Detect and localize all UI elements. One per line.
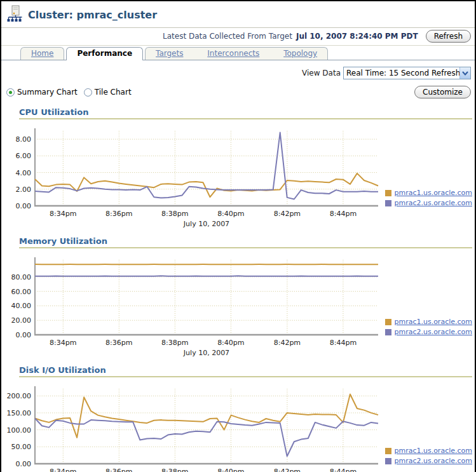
- section-title-disk: Disk I/O Utilization: [19, 365, 472, 377]
- summary-chart-radio[interactable]: Summary Chart: [6, 88, 78, 97]
- y-tick-label: 0.00: [16, 202, 32, 210]
- y-tick-label: 60.00: [11, 288, 32, 296]
- x-tick-label: 8:42pm: [274, 210, 301, 218]
- memory-chart-legend: pmrac1.us.oracle.compmrac2.us.oracle.com: [385, 318, 472, 336]
- y-tick-label: 100.00: [7, 426, 32, 435]
- y-tick-label: 150.00: [7, 409, 32, 417]
- legend-item: pmrac2.us.oracle.com: [385, 199, 472, 207]
- memory-utilization-section: Memory Utilization 0.0020.0040.0060.0080…: [1, 236, 475, 359]
- disk-io-utilization-section: Disk I/O Utilization 0.0050.00100.00150.…: [1, 365, 475, 472]
- cluster-icon: [6, 5, 23, 25]
- x-tick-label: 8:34pm: [50, 210, 76, 218]
- x-tick-label: 8:40pm: [217, 468, 244, 472]
- refresh-button[interactable]: Refresh: [426, 30, 471, 43]
- x-tick-label: 8:44pm: [330, 210, 357, 218]
- chart-options-row: Summary Chart Tile Chart Customize: [1, 81, 475, 101]
- legend-host-link[interactable]: pmrac2.us.oracle.com: [394, 199, 472, 207]
- legend-host-link[interactable]: pmrac1.us.oracle.com: [394, 189, 472, 197]
- customize-button[interactable]: Customize: [414, 86, 471, 98]
- x-tick-label: 8:40pm: [217, 210, 244, 218]
- x-tick-label: 8:38pm: [161, 339, 188, 347]
- y-tick-label: 200.00: [7, 392, 32, 400]
- x-tick-label: 8:36pm: [105, 468, 132, 472]
- tab-home[interactable]: Home: [20, 47, 64, 60]
- legend-host-link[interactable]: pmrac2.us.oracle.com: [394, 328, 472, 336]
- cpu-chart-legend: pmrac1.us.oracle.compmrac2.us.oracle.com: [385, 189, 472, 207]
- legend-item: pmrac1.us.oracle.com: [385, 447, 472, 455]
- y-tick-label: 50.00: [11, 443, 32, 451]
- legend-host-link[interactable]: pmrac2.us.oracle.com: [394, 457, 472, 465]
- cpu-chart: 0.002.004.006.008.008:34pm8:36pm8:38pm8:…: [1, 125, 383, 232]
- tab-group-secondary: Targets Interconnects Topology: [145, 47, 328, 60]
- legend-swatch-icon: [385, 458, 391, 464]
- section-title-memory: Memory Utilization: [19, 236, 472, 248]
- memory-chart: 0.0020.0040.0060.0080.008:34pm8:36pm8:38…: [1, 253, 383, 361]
- x-tick-label: 8:34pm: [50, 339, 76, 347]
- x-tick-label: 8:42pm: [274, 339, 301, 347]
- legend-swatch-icon: [385, 190, 391, 196]
- x-tick-label: 8:44pm: [330, 468, 357, 472]
- latest-data-timestamp: Jul 10, 2007 8:24:40 PM PDT: [296, 32, 418, 41]
- y-tick-label: 6.00: [16, 152, 32, 160]
- view-data-selected-option: Real Time: 15 Second Refresh: [344, 68, 459, 78]
- view-data-select[interactable]: Real Time: 15 Second Refresh: [343, 67, 471, 79]
- cpu-utilization-section: CPU Utilization 0.002.004.006.008.008:34…: [1, 107, 475, 230]
- y-tick-label: 80.00: [11, 273, 32, 281]
- tab-targets[interactable]: Targets: [156, 49, 183, 58]
- chevron-down-icon: [459, 67, 470, 79]
- legend-item: pmrac1.us.oracle.com: [385, 189, 472, 197]
- legend-swatch-icon: [385, 200, 391, 206]
- series-line: [35, 419, 378, 457]
- x-tick-label: 8:34pm: [50, 468, 76, 472]
- y-tick-label: 0.00: [16, 331, 32, 339]
- legend-item: pmrac1.us.oracle.com: [385, 318, 472, 326]
- legend-host-link[interactable]: pmrac1.us.oracle.com: [394, 318, 472, 326]
- latest-data-row: Latest Data Collected From Target Jul 10…: [1, 28, 475, 46]
- legend-swatch-icon: [385, 448, 391, 454]
- tile-chart-radio[interactable]: Tile Chart: [84, 88, 132, 97]
- x-tick-label: 8:36pm: [105, 339, 132, 347]
- summary-chart-radio-label: Summary Chart: [17, 88, 78, 97]
- view-data-row: View Data Real Time: 15 Second Refresh: [1, 60, 475, 81]
- disk-chart: 0.0050.00100.00150.00200.008:34pm8:36pm8…: [1, 382, 383, 472]
- x-axis-date-label: July 10, 2007: [183, 220, 229, 228]
- page-title: Cluster: pmrac_cluster: [28, 9, 157, 21]
- chart-canvas-1: 0.0020.0040.0060.0080.008:34pm8:36pm8:38…: [1, 253, 383, 359]
- x-tick-label: 8:36pm: [105, 210, 132, 218]
- y-tick-label: 20.00: [11, 316, 32, 325]
- page-header: Cluster: pmrac_cluster: [1, 1, 475, 28]
- tab-interconnects[interactable]: Interconnects: [207, 49, 259, 58]
- y-tick-label: 8.00: [16, 135, 32, 144]
- x-tick-label: 8:38pm: [161, 468, 188, 472]
- legend-item: pmrac2.us.oracle.com: [385, 328, 472, 336]
- tile-chart-radio-label: Tile Chart: [95, 88, 132, 97]
- legend-swatch-icon: [385, 329, 391, 335]
- tab-performance[interactable]: Performance: [66, 47, 143, 60]
- radio-unselected-icon: [84, 88, 92, 97]
- y-tick-label: 4.00: [16, 169, 32, 177]
- section-title-cpu: CPU Utilization: [19, 107, 472, 119]
- view-data-label: View Data: [302, 69, 341, 78]
- x-tick-label: 8:42pm: [274, 468, 301, 472]
- chart-canvas-2: 0.0050.00100.00150.00200.008:34pm8:36pm8…: [1, 382, 383, 472]
- disk-chart-legend: pmrac1.us.oracle.compmrac2.us.oracle.com: [385, 447, 472, 465]
- y-tick-label: 0.00: [16, 460, 32, 468]
- x-tick-label: 8:44pm: [330, 339, 357, 347]
- tab-bar: Home Performance Targets Interconnects T…: [1, 46, 475, 60]
- chart-canvas-0: 0.002.004.006.008.008:34pm8:36pm8:38pm8:…: [1, 125, 383, 230]
- radio-selected-icon: [6, 88, 15, 97]
- legend-swatch-icon: [385, 319, 391, 325]
- y-tick-label: 2.00: [16, 185, 32, 194]
- tab-topology[interactable]: Topology: [283, 49, 317, 58]
- cluster-performance-page: Cluster: pmrac_cluster Latest Data Colle…: [0, 0, 476, 472]
- x-axis-date-label: July 10, 2007: [183, 349, 229, 357]
- latest-data-label: Latest Data Collected From Target: [163, 32, 292, 41]
- x-tick-label: 8:38pm: [161, 210, 188, 218]
- x-tick-label: 8:40pm: [217, 339, 244, 347]
- y-tick-label: 40.00: [11, 302, 32, 310]
- legend-host-link[interactable]: pmrac1.us.oracle.com: [394, 447, 472, 455]
- series-line: [35, 394, 378, 438]
- legend-item: pmrac2.us.oracle.com: [385, 457, 472, 465]
